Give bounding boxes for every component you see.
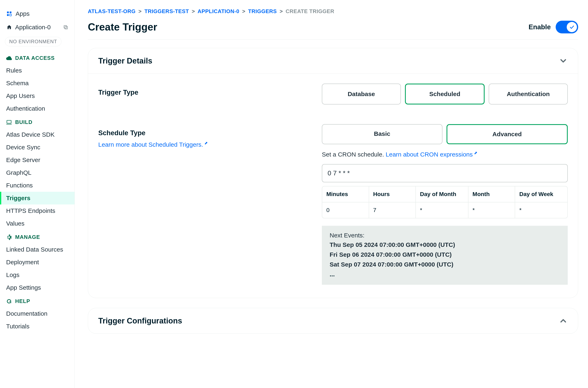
toggle-knob bbox=[567, 22, 577, 32]
cron-cell-hours: 7 bbox=[369, 202, 416, 218]
nav-device-sync[interactable]: Device Sync bbox=[0, 141, 74, 154]
sidebar: Apps Application-0 NO ENVIRONMENT DATA A… bbox=[0, 0, 75, 388]
cron-header-dow: Day of Week bbox=[515, 186, 567, 202]
nav-functions[interactable]: Functions bbox=[0, 179, 74, 192]
enable-label: Enable bbox=[529, 23, 551, 31]
cron-expression-input[interactable] bbox=[322, 164, 568, 182]
cron-header-hours: Hours bbox=[369, 186, 416, 202]
cron-table: Minutes Hours Day of Month Month Day of … bbox=[322, 186, 568, 218]
enable-group: Enable bbox=[529, 21, 578, 33]
cron-cell-dow: * bbox=[515, 202, 567, 218]
nav-https-endpoints[interactable]: HTTPS Endpoints bbox=[0, 204, 74, 217]
schedule-type-sub: Learn more about Scheduled Triggers.⬈ bbox=[98, 141, 322, 148]
next-events-panel: Next Events: Thu Sep 05 2024 07:00:00 GM… bbox=[322, 226, 568, 285]
sidebar-apps-label: Apps bbox=[16, 10, 29, 17]
cron-header-minutes: Minutes bbox=[322, 186, 369, 202]
breadcrumb-project[interactable]: TRIGGERS-TEST bbox=[144, 8, 189, 14]
nav-atlas-device-sdk[interactable]: Atlas Device SDK bbox=[0, 128, 74, 141]
cron-table-values: 0 7 * * * bbox=[322, 202, 567, 218]
trigger-configurations-title: Trigger Configurations bbox=[98, 316, 182, 325]
trigger-details-title: Trigger Details bbox=[98, 56, 152, 65]
cloud-icon bbox=[6, 55, 12, 61]
schedule-type-basic[interactable]: Basic bbox=[322, 124, 442, 144]
learn-scheduled-text: Learn more about Scheduled Triggers. bbox=[98, 141, 203, 148]
trigger-type-segmented: Database Scheduled Authentication bbox=[322, 84, 568, 104]
nav-values[interactable]: Values bbox=[0, 217, 74, 230]
svg-rect-1 bbox=[10, 11, 11, 13]
section-build: BUILD bbox=[0, 115, 74, 128]
breadcrumb-org[interactable]: ATLAS-TEST-ORG bbox=[88, 8, 136, 14]
nav-triggers[interactable]: Triggers bbox=[0, 192, 74, 204]
chevron-down-icon bbox=[559, 56, 568, 65]
breadcrumb-app[interactable]: APPLICATION-0 bbox=[198, 8, 239, 14]
breadcrumb-sep: > bbox=[138, 8, 142, 14]
external-link-icon: ⬈ bbox=[474, 150, 477, 155]
next-events-item: Thu Sep 05 2024 07:00:00 GMT+0000 (UTC) bbox=[330, 241, 560, 248]
cron-table-header: Minutes Hours Day of Month Month Day of … bbox=[322, 186, 567, 202]
schedule-type-advanced[interactable]: Advanced bbox=[447, 124, 568, 144]
svg-rect-6 bbox=[7, 120, 11, 123]
section-manage: MANAGE bbox=[0, 230, 74, 243]
trigger-details-body: Trigger Type Database Scheduled Authenti… bbox=[88, 74, 578, 298]
trigger-type-label-col: Trigger Type bbox=[98, 84, 322, 104]
nav-documentation[interactable]: Documentation bbox=[0, 307, 74, 320]
nav-app-users[interactable]: App Users bbox=[0, 90, 74, 102]
cron-cell-month: * bbox=[468, 202, 515, 218]
breadcrumb-sep: > bbox=[242, 8, 246, 14]
svg-rect-3 bbox=[10, 14, 11, 16]
sidebar-apps[interactable]: Apps bbox=[0, 7, 74, 20]
next-events-item: Fri Sep 06 2024 07:00:00 GMT+0000 (UTC) bbox=[330, 251, 560, 258]
sidebar-app-name: Application-0 bbox=[15, 24, 51, 31]
page-title: Create Trigger bbox=[88, 21, 157, 33]
trigger-details-header[interactable]: Trigger Details bbox=[88, 48, 578, 74]
trigger-type-scheduled[interactable]: Scheduled bbox=[405, 84, 485, 104]
nav-schema[interactable]: Schema bbox=[0, 77, 74, 90]
nav-graphql[interactable]: GraphQL bbox=[0, 166, 74, 179]
trigger-type-authentication[interactable]: Authentication bbox=[489, 84, 568, 104]
schedule-type-label: Schedule Type bbox=[98, 129, 322, 137]
trigger-type-label: Trigger Type bbox=[98, 89, 322, 96]
nav-logs[interactable]: Logs bbox=[0, 268, 74, 281]
cron-helper-pre: Set a CRON schedule. bbox=[322, 151, 386, 158]
breadcrumb-triggers[interactable]: TRIGGERS bbox=[248, 8, 277, 14]
svg-rect-2 bbox=[7, 14, 9, 16]
external-link-icon: ⬈ bbox=[204, 141, 208, 146]
cron-cell-dom: * bbox=[416, 202, 468, 218]
learn-cron-link[interactable]: Learn about CRON expressions⬈ bbox=[386, 151, 477, 158]
cron-header-dom: Day of Month bbox=[416, 186, 468, 202]
refresh-icon bbox=[6, 298, 12, 304]
schedule-type-label-col: Schedule Type Learn more about Scheduled… bbox=[98, 124, 322, 285]
nav-linked-data-sources[interactable]: Linked Data Sources bbox=[0, 243, 74, 256]
svg-rect-0 bbox=[7, 11, 9, 13]
sidebar-app-name-row[interactable]: Application-0 bbox=[0, 20, 74, 33]
nav-tutorials[interactable]: Tutorials bbox=[0, 320, 74, 333]
trigger-configurations-header[interactable]: Trigger Configurations bbox=[88, 308, 578, 334]
home-icon bbox=[6, 24, 12, 30]
schedule-type-row: Schedule Type Learn more about Scheduled… bbox=[98, 124, 568, 285]
nav-edge-server[interactable]: Edge Server bbox=[0, 154, 74, 166]
environment-badge: NO ENVIRONMENT bbox=[5, 37, 61, 46]
nav-deployment[interactable]: Deployment bbox=[0, 256, 74, 268]
next-events-item: Sat Sep 07 2024 07:00:00 GMT+0000 (UTC) bbox=[330, 261, 560, 268]
learn-scheduled-link[interactable]: Learn more about Scheduled Triggers.⬈ bbox=[98, 141, 208, 148]
nav-authentication[interactable]: Authentication bbox=[0, 102, 74, 115]
breadcrumb-current: CREATE TRIGGER bbox=[286, 8, 334, 14]
cron-header-month: Month bbox=[468, 186, 515, 202]
cron-cell-minutes: 0 bbox=[322, 202, 369, 218]
trigger-type-database[interactable]: Database bbox=[322, 84, 401, 104]
laptop-icon bbox=[6, 120, 12, 125]
copy-icon[interactable] bbox=[63, 24, 68, 30]
enable-toggle[interactable] bbox=[556, 21, 578, 33]
nav-rules[interactable]: Rules bbox=[0, 64, 74, 77]
schedule-type-control: Basic Advanced Set a CRON schedule. Lear… bbox=[322, 124, 568, 285]
breadcrumb-sep: > bbox=[192, 8, 195, 14]
cron-helper: Set a CRON schedule. Learn about CRON ex… bbox=[322, 150, 568, 158]
learn-cron-text: Learn about CRON expressions bbox=[386, 151, 473, 158]
main-content: ATLAS-TEST-ORG > TRIGGERS-TEST > APPLICA… bbox=[75, 0, 588, 388]
section-data-access: DATA ACCESS bbox=[0, 51, 74, 64]
nav-app-settings[interactable]: App Settings bbox=[0, 281, 74, 294]
apps-icon bbox=[6, 11, 12, 17]
trigger-configurations-card: Trigger Configurations bbox=[88, 308, 578, 334]
next-events-more: ... bbox=[330, 271, 560, 278]
next-events-label: Next Events: bbox=[330, 232, 560, 239]
